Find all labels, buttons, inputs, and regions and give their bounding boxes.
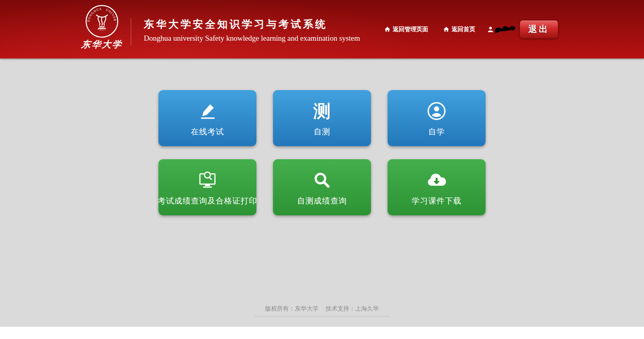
- header-nav: 返回管理页面 返回首页 退出: [384, 0, 558, 58]
- tile-label: 自测: [314, 126, 330, 137]
- tile-label: 学习课件下载: [412, 196, 461, 206]
- tile-online-exam[interactable]: 在线考试: [158, 90, 256, 146]
- tile-self-test-score-query[interactable]: 自测成绩查询: [273, 159, 371, 215]
- university-logo: DONGHUA UNIVERSITY 1951 东华大学: [79, 5, 125, 51]
- current-user: [488, 24, 515, 34]
- ce-character-icon: 测: [313, 101, 331, 121]
- site-title-cn: 东华大学安全知识学习与考试系统: [144, 17, 360, 31]
- svg-text:DONGHUA: DONGHUA: [87, 7, 102, 22]
- pen-icon: [197, 101, 218, 121]
- nav-back-to-home-label: 返回首页: [452, 26, 475, 33]
- tile-exam-score-query-print[interactable]: 考试成绩查询及合格证打印: [158, 159, 256, 215]
- university-name-script: 东华大学: [79, 38, 125, 51]
- monitor-search-icon: [197, 170, 218, 190]
- tile-self-test[interactable]: 测 自测: [273, 90, 371, 146]
- footer-copyright: 版权所有：东华大学技术支持：上海久华: [255, 305, 389, 316]
- tile-self-study[interactable]: 自学: [388, 90, 486, 146]
- nav-back-to-home[interactable]: 返回首页: [443, 26, 475, 33]
- nav-back-to-admin-label: 返回管理页面: [393, 26, 428, 33]
- header-divider: [131, 18, 131, 46]
- site-title-en: Donghua university Safety knowledge lear…: [144, 34, 360, 43]
- user-circle-icon: [427, 101, 446, 121]
- tile-label: 自学: [428, 126, 445, 137]
- tile-label: 在线考试: [191, 126, 224, 137]
- nav-back-to-admin[interactable]: 返回管理页面: [384, 26, 428, 33]
- tile-label: 考试成绩查询及合格证打印: [158, 196, 257, 206]
- site-title-block: 东华大学安全知识学习与考试系统 Donghua university Safet…: [144, 17, 360, 43]
- copyright-text: 版权所有：东华大学: [265, 305, 318, 312]
- tile-grid: 在线考试 测 自测 自学: [158, 58, 486, 215]
- main-content: 在线考试 测 自测 自学: [0, 58, 644, 327]
- search-icon: [313, 170, 331, 190]
- home-icon: [443, 26, 449, 32]
- tile-label: 自测成绩查询: [297, 196, 347, 206]
- person-icon: [488, 26, 493, 32]
- logout-button[interactable]: 退出: [520, 20, 558, 39]
- tile-courseware-download[interactable]: 学习课件下载: [388, 159, 486, 215]
- redacted-username: [495, 24, 515, 34]
- svg-text:1951: 1951: [97, 27, 107, 31]
- header-bar: DONGHUA UNIVERSITY 1951 东华大学 东华大学安全知识学习与…: [0, 0, 644, 58]
- home-icon: [384, 26, 390, 32]
- cloud-download-icon: [426, 170, 448, 190]
- university-seal-icon: DONGHUA UNIVERSITY 1951: [85, 5, 119, 38]
- page-bottom-strip: [0, 327, 644, 339]
- tech-support-text: 技术支持：上海久华: [326, 305, 379, 312]
